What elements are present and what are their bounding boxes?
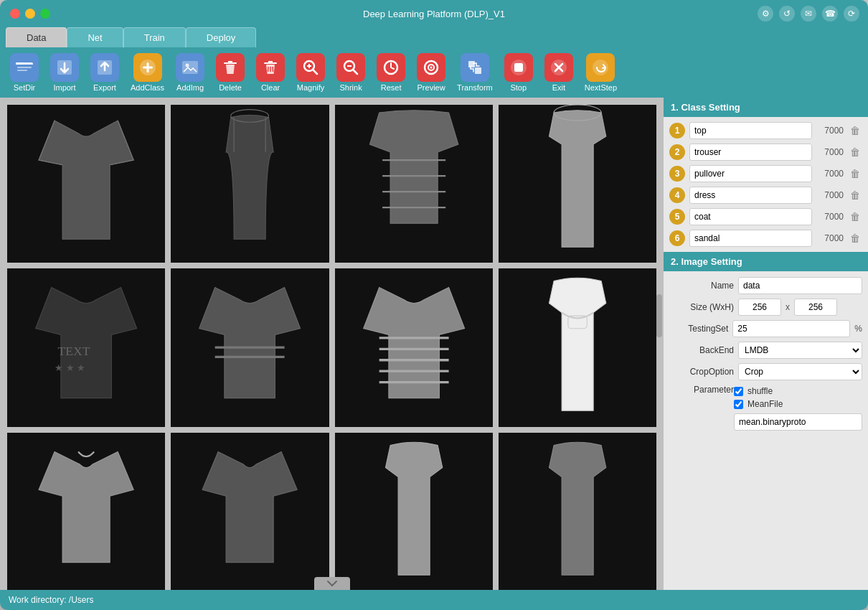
- scroll-down-button[interactable]: [314, 577, 350, 590]
- backend-select[interactable]: LMDB HDF5: [738, 342, 862, 359]
- svg-point-24: [430, 67, 433, 69]
- stop-button[interactable]: Stop: [500, 50, 537, 95]
- height-input[interactable]: [794, 299, 837, 316]
- addclass-icon: [133, 53, 162, 82]
- refresh-icon[interactable]: ↺: [779, 6, 795, 22]
- addimg-icon: [176, 53, 204, 82]
- shuffle-label: shuffle: [747, 386, 773, 396]
- reset-button[interactable]: Reset: [372, 50, 410, 95]
- class-num-4: 4: [669, 187, 685, 203]
- delete-icon: [216, 53, 245, 82]
- class-delete-2[interactable]: 🗑: [848, 145, 862, 159]
- exit-label: Exit: [552, 83, 565, 92]
- export-button[interactable]: Export: [86, 50, 123, 95]
- shrink-icon: [336, 53, 365, 82]
- testing-label: TestingSet: [669, 324, 728, 334]
- list-item[interactable]: [499, 433, 656, 591]
- class-row-6: 6 7000 🗑: [664, 227, 868, 249]
- preview-button[interactable]: Preview: [412, 50, 450, 95]
- right-panel: 1. Class Setting 1 7000 🗑 2 7000 🗑 3: [664, 98, 868, 590]
- maximize-button[interactable]: [40, 9, 50, 19]
- tab-net[interactable]: Net: [67, 27, 123, 47]
- shrink-label: Shrink: [339, 83, 362, 92]
- import-button[interactable]: Import: [46, 50, 83, 95]
- testing-row: TestingSet %: [669, 320, 862, 337]
- nextstep-button[interactable]: NextStep: [580, 50, 621, 95]
- shrink-button[interactable]: Shrink: [332, 50, 369, 95]
- class-row-2: 2 7000 🗑: [664, 141, 868, 163]
- settings-icon[interactable]: ⚙: [758, 6, 773, 22]
- class-delete-5[interactable]: 🗑: [848, 210, 862, 224]
- svg-rect-25: [468, 61, 475, 67]
- import-label: Import: [53, 83, 75, 92]
- testing-input[interactable]: [732, 320, 850, 337]
- export-label: Export: [93, 83, 116, 92]
- size-row: Size (WxH) x: [669, 299, 862, 316]
- svg-rect-26: [475, 67, 481, 74]
- list-item[interactable]: TEXT ★ ★ ★: [7, 268, 165, 426]
- svg-rect-3: [17, 70, 27, 71]
- toolbar: SetDir Import Export AddClass AddImg: [0, 47, 868, 98]
- list-item[interactable]: [335, 433, 493, 591]
- magnify-button[interactable]: Magnify: [292, 50, 329, 95]
- param-value-input[interactable]: [734, 413, 862, 431]
- preview-icon: [417, 53, 445, 82]
- name-input[interactable]: [738, 277, 862, 294]
- delete-button[interactable]: Delete: [212, 50, 249, 95]
- class-num-3: 3: [669, 166, 685, 182]
- list-item[interactable]: [499, 105, 656, 263]
- width-input[interactable]: [738, 299, 781, 316]
- shuffle-checkbox[interactable]: [734, 387, 743, 396]
- class-name-input-2[interactable]: [689, 144, 812, 161]
- x-separator: x: [786, 302, 790, 312]
- class-delete-4[interactable]: 🗑: [848, 188, 862, 202]
- class-count-4: 7000: [816, 190, 844, 200]
- chat-icon[interactable]: ✉: [801, 6, 816, 22]
- minimize-button[interactable]: [25, 9, 35, 19]
- tab-data[interactable]: Data: [6, 27, 67, 47]
- class-name-input-6[interactable]: [689, 230, 812, 247]
- addclass-label: AddClass: [131, 83, 164, 92]
- list-item[interactable]: [499, 268, 656, 426]
- list-item[interactable]: [7, 105, 165, 263]
- image-setting-area: Name Size (WxH) x TestingSet % BackEnd: [664, 271, 868, 441]
- list-item[interactable]: [7, 433, 165, 591]
- clear-button[interactable]: Clear: [252, 50, 289, 95]
- tab-deploy[interactable]: Deploy: [186, 27, 256, 47]
- class-list: 1 7000 🗑 2 7000 🗑 3 7000 🗑: [664, 117, 868, 252]
- class-name-input-3[interactable]: [689, 165, 812, 182]
- class-count-2: 7000: [816, 147, 844, 157]
- list-item[interactable]: [171, 433, 329, 591]
- meanfile-checkbox[interactable]: [734, 400, 743, 409]
- list-item[interactable]: [335, 105, 493, 263]
- image-panel[interactable]: TEXT ★ ★ ★: [0, 98, 664, 590]
- exit-button[interactable]: Exit: [540, 50, 577, 95]
- list-item[interactable]: [171, 268, 329, 426]
- close-button[interactable]: [10, 9, 20, 19]
- transform-button[interactable]: Transform: [453, 50, 497, 95]
- list-item[interactable]: [171, 105, 329, 263]
- crop-select[interactable]: Crop None Resize: [738, 363, 862, 380]
- class-name-input-5[interactable]: [689, 208, 812, 225]
- svg-rect-28: [514, 63, 523, 72]
- setdir-label: SetDir: [14, 83, 36, 92]
- svg-rect-8: [143, 67, 153, 69]
- sync-icon[interactable]: ⟳: [844, 6, 859, 22]
- tab-train[interactable]: Train: [123, 27, 186, 47]
- class-delete-1[interactable]: 🗑: [848, 123, 862, 138]
- class-count-1: 7000: [816, 126, 844, 136]
- class-name-input-4[interactable]: [689, 187, 812, 204]
- meanfile-label: MeanFile: [747, 399, 783, 409]
- scrollbar-thumb[interactable]: [656, 294, 662, 337]
- phone-icon[interactable]: ☎: [822, 6, 838, 22]
- list-item[interactable]: [335, 268, 493, 426]
- class-delete-6[interactable]: 🗑: [848, 231, 862, 245]
- meanfile-row: MeanFile: [734, 398, 862, 410]
- setdir-button[interactable]: SetDir: [6, 50, 43, 95]
- addimg-button[interactable]: AddImg: [171, 50, 209, 95]
- class-name-input-1[interactable]: [689, 122, 812, 139]
- image-grid: TEXT ★ ★ ★: [7, 105, 656, 590]
- class-delete-3[interactable]: 🗑: [848, 166, 862, 181]
- addclass-button[interactable]: AddClass: [126, 50, 169, 95]
- param-checkboxes: shuffle MeanFile: [734, 385, 862, 431]
